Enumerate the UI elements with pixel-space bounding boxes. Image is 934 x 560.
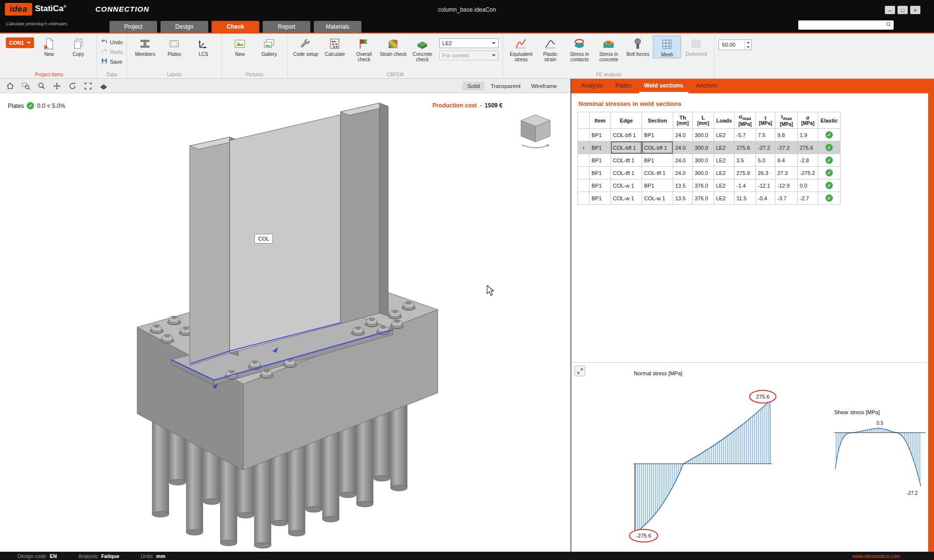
cell-edge[interactable]: COL-tfl 1 [611, 167, 642, 179]
cell-l[interactable]: 300.0 [693, 141, 714, 154]
tab-check[interactable]: Check [212, 21, 259, 33]
home-view-button[interactable] [4, 80, 17, 92]
table-row-selected[interactable]: › BP1 COL-bfl 1 COL-bfl 1 24.0 300.0 LE2… [578, 141, 841, 154]
cell-tau-max[interactable]: 9.4 [775, 154, 798, 167]
cell-item[interactable]: BP1 [590, 141, 611, 154]
cell-l[interactable]: 376.0 [693, 192, 714, 205]
cell-sigma[interactable]: -275.2 [798, 167, 818, 179]
strain-check-button[interactable]: Strain check [379, 35, 407, 57]
cell-tau[interactable]: 26.3 [756, 167, 775, 179]
cell-l[interactable]: 300.0 [693, 154, 714, 167]
tab-report[interactable]: Report [263, 21, 310, 33]
bolt-forces-button[interactable]: Bolt forces [624, 35, 652, 57]
cell-section[interactable]: BP1 [642, 129, 673, 141]
new-picture-button[interactable]: New [226, 35, 254, 57]
cell-tau[interactable]: -27.2 [756, 141, 775, 154]
cell-tau[interactable]: 7.5 [756, 129, 775, 141]
cell-tau-max[interactable]: 27.3 [775, 167, 798, 179]
table-row[interactable]: BP1 COL-tfl 1 BP1 24.0 300.0 LE2 3.5 5.0… [578, 154, 841, 167]
row-expander[interactable]: › [578, 141, 590, 154]
cell-th[interactable]: 13.5 [673, 192, 693, 205]
cell-sigma-max[interactable]: -1.4 [735, 179, 756, 192]
cell-sigma[interactable]: -2.8 [798, 154, 818, 167]
cell-sigma[interactable]: -2.7 [798, 192, 818, 205]
view-mode-solid[interactable]: Solid [463, 82, 485, 90]
gallery-button[interactable]: Gallery [255, 35, 283, 57]
cell-elastic[interactable] [818, 167, 841, 179]
plates-toggle-button[interactable]: Plates [160, 35, 188, 57]
cell-loads[interactable]: LE2 [714, 129, 735, 141]
plastic-strain-button[interactable]: Plastic strain [536, 35, 564, 63]
tab-analysis[interactable]: Analysis [576, 79, 608, 93]
spinner-up-button[interactable] [745, 40, 751, 45]
cell-sigma-max[interactable]: 275.9 [735, 167, 756, 179]
tab-weld-sections[interactable]: Weld sections [639, 79, 688, 93]
cell-loads[interactable]: LE2 [714, 192, 735, 205]
cell-section[interactable]: BP1 [642, 179, 673, 192]
redo-button[interactable]: Redo [101, 48, 123, 56]
cell-elastic[interactable] [818, 179, 841, 192]
view-mode-transparent[interactable]: Transparent [485, 82, 525, 90]
cell-tau-max[interactable]: 9.8 [775, 129, 798, 141]
cell-loads[interactable]: LE2 [714, 154, 735, 167]
cell-tau-max[interactable]: -27.2 [775, 141, 798, 154]
cell-edge[interactable]: COL-bfl 1 [611, 141, 642, 154]
cell-sigma[interactable]: 1.9 [798, 129, 818, 141]
cell-section[interactable]: COL-w 1 [642, 192, 673, 205]
right-scrollbar[interactable] [928, 79, 934, 552]
table-row[interactable]: BP1 COL-w 1 COL-w 1 13.5 376.0 LE2 11.5 … [578, 192, 841, 205]
cell-elastic[interactable] [818, 129, 841, 141]
maximize-button[interactable]: □ [898, 6, 908, 14]
cell-item[interactable]: BP1 [590, 167, 611, 179]
cell-item[interactable]: BP1 [590, 154, 611, 167]
table-row[interactable]: BP1 COL-bfl 1 BP1 24.0 300.0 LE2 -5.7 7.… [578, 129, 841, 141]
cell-th[interactable]: 13.5 [673, 179, 693, 192]
deformed-scale-spinner[interactable]: 50.00 [718, 39, 752, 50]
minimize-button[interactable]: – [885, 6, 895, 14]
cell-elastic[interactable] [818, 141, 841, 154]
clipping-plane-button[interactable] [97, 80, 110, 92]
save-button[interactable]: Save [101, 57, 123, 66]
cell-th[interactable]: 24.0 [673, 129, 693, 141]
mesh-toggle-button[interactable]: Mesh [653, 35, 681, 58]
equivalent-stress-button[interactable]: Equivalent stress [507, 35, 535, 63]
members-toggle-button[interactable]: Members [131, 35, 159, 57]
cell-th[interactable]: 24.0 [673, 167, 693, 179]
stress-in-contacts-button[interactable]: Stress in contacts [565, 35, 593, 63]
overall-check-button[interactable]: Overall check [350, 35, 378, 63]
cell-loads[interactable]: LE2 [714, 141, 735, 154]
new-project-item-button[interactable]: New [35, 35, 63, 57]
cell-edge[interactable]: COL-tfl 1 [611, 154, 642, 167]
cell-tau-max[interactable]: -12.9 [775, 179, 798, 192]
tab-anchors[interactable]: Anchors [691, 79, 722, 93]
search-input[interactable] [800, 21, 885, 29]
tab-project[interactable]: Project [109, 21, 157, 33]
cell-th[interactable]: 24.0 [673, 141, 693, 154]
cell-edge[interactable]: COL-w 1 [611, 192, 642, 205]
expand-charts-button[interactable] [575, 366, 585, 376]
tab-materials[interactable]: Materials [314, 21, 361, 33]
concrete-check-button[interactable]: Concrete check [408, 35, 436, 63]
load-effect-select[interactable]: LE2 [439, 38, 499, 48]
cell-sigma-max[interactable]: -5.7 [735, 129, 756, 141]
cell-l[interactable]: 376.0 [693, 179, 714, 192]
cell-edge[interactable]: COL-bfl 1 [611, 129, 642, 141]
cell-item[interactable]: BP1 [590, 179, 611, 192]
deformed-toggle-button[interactable]: Deformed [682, 35, 710, 57]
spinner-down-button[interactable] [745, 45, 751, 50]
for-current-select[interactable]: For current [439, 51, 499, 60]
zoom-button[interactable] [35, 80, 48, 92]
cell-l[interactable]: 300.0 [693, 129, 714, 141]
code-setup-button[interactable]: Code setup [291, 35, 320, 57]
cell-elastic[interactable] [818, 192, 841, 205]
cell-l[interactable]: 300.0 [693, 167, 714, 179]
cell-tau-max[interactable]: -3.7 [775, 192, 798, 205]
rotate-view-button[interactable] [66, 80, 79, 92]
cell-tau[interactable]: 5.0 [756, 154, 775, 167]
website-link[interactable]: www.ideastatica.com [852, 553, 900, 559]
cell-section[interactable]: COL-tfl 1 [642, 167, 673, 179]
table-row[interactable]: BP1 COL-w 1 BP1 13.5 376.0 LE2 -1.4 -12.… [578, 179, 841, 192]
cell-tau[interactable]: -12.1 [756, 179, 775, 192]
3d-viewport[interactable]: Plates 0.0 < 5.0% Production cost - 1509… [0, 93, 571, 552]
zoom-window-button[interactable] [19, 80, 32, 92]
